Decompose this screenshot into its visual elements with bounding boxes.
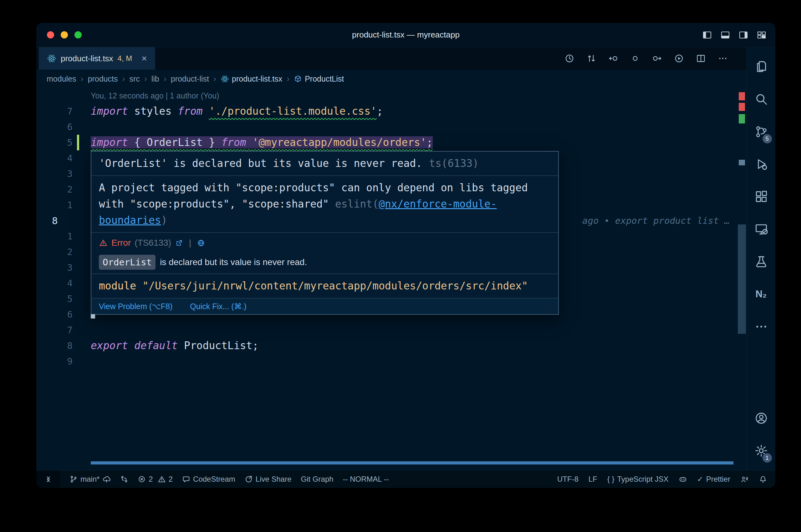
customize-layout-icon[interactable] bbox=[757, 30, 767, 40]
view-problem-link[interactable]: View Problem (⌥F8) bbox=[99, 301, 172, 311]
remote-explorer-icon[interactable] bbox=[747, 214, 776, 244]
git-blame-codelens[interactable]: You, 12 seconds ago | 1 author (You) bbox=[91, 88, 219, 103]
encoding-status-item[interactable]: UTF-8 bbox=[557, 475, 579, 483]
hover-diagnostic: 'OrderList' is declared but its value is… bbox=[91, 152, 558, 176]
toggle-secondary-sidebar-icon[interactable] bbox=[739, 30, 748, 40]
line-number[interactable]: 6 bbox=[36, 307, 73, 322]
line-number[interactable]: 6 bbox=[36, 119, 73, 135]
more-actions-icon[interactable] bbox=[718, 54, 728, 63]
run-and-debug-icon[interactable] bbox=[747, 149, 776, 179]
branch-status-item[interactable]: main* bbox=[70, 475, 111, 483]
breadcrumb-item-modules[interactable]: modules bbox=[47, 74, 76, 83]
revert-change-icon[interactable] bbox=[630, 54, 640, 63]
close-window-button[interactable] bbox=[47, 31, 54, 38]
code-row[interactable]: 7 import styles from './product-list.mod… bbox=[36, 103, 747, 119]
line-number[interactable]: 4 bbox=[36, 276, 73, 291]
tab-bar: product-list.tsx 4, M × bbox=[36, 47, 747, 70]
search-icon[interactable] bbox=[747, 84, 776, 114]
code-line: import { OrderList } from '@myreactapp/m… bbox=[91, 135, 433, 150]
close-tab-icon[interactable]: × bbox=[142, 53, 147, 64]
feedback-status-item[interactable] bbox=[740, 475, 749, 483]
code-row[interactable]: 9 bbox=[36, 354, 747, 369]
toggle-primary-sidebar-icon[interactable] bbox=[702, 30, 712, 40]
tab-product-list[interactable]: product-list.tsx 4, M × bbox=[39, 47, 155, 70]
error-triangle-icon bbox=[99, 239, 108, 247]
notifications-status-item[interactable] bbox=[759, 475, 767, 483]
breadcrumb-item-symbol[interactable]: ProductList bbox=[294, 74, 344, 83]
breadcrumb-item-lib[interactable]: lib bbox=[151, 74, 159, 83]
overview-info-mark bbox=[739, 160, 745, 165]
line-number[interactable]: 7 bbox=[36, 103, 73, 119]
zoom-window-button[interactable] bbox=[74, 31, 82, 38]
copilot-icon bbox=[679, 475, 687, 483]
breadcrumb-item-product-list[interactable]: product-list bbox=[171, 74, 209, 83]
open-external-icon[interactable] bbox=[175, 239, 183, 247]
panel-sash[interactable] bbox=[91, 461, 733, 464]
error-circle-icon bbox=[138, 475, 146, 483]
editor[interactable]: You, 12 seconds ago | 1 author (You) 7 i… bbox=[36, 88, 747, 470]
breadcrumb-item-file[interactable]: product-list.tsx bbox=[221, 74, 282, 83]
line-number[interactable]: 8 bbox=[36, 338, 73, 354]
line-number[interactable]: 1 bbox=[36, 197, 73, 213]
line-number[interactable]: 2 bbox=[36, 244, 73, 260]
toggle-panel-icon[interactable] bbox=[720, 30, 730, 40]
copilot-status-item[interactable] bbox=[679, 475, 687, 483]
git-compare-status-item[interactable] bbox=[120, 475, 128, 483]
code-row[interactable]: 5 import { OrderList } from '@myreactapp… bbox=[36, 135, 747, 150]
braces-icon: { } bbox=[607, 475, 615, 483]
warning-triangle-icon bbox=[158, 475, 166, 483]
live-share-icon bbox=[245, 475, 253, 483]
line-number[interactable]: 9 bbox=[36, 354, 73, 369]
testing-icon[interactable] bbox=[747, 247, 776, 277]
git-compare-icon bbox=[120, 475, 128, 483]
line-number[interactable]: 1 bbox=[36, 228, 73, 244]
eol-status-item[interactable]: LF bbox=[588, 475, 597, 483]
line-number[interactable]: 2 bbox=[36, 182, 73, 197]
problems-status-item[interactable]: 2 2 bbox=[138, 475, 173, 483]
editor-group: product-list.tsx 4, M × bbox=[36, 47, 747, 470]
scrollbar-thumb[interactable] bbox=[738, 224, 746, 334]
timeline-icon[interactable] bbox=[564, 54, 575, 63]
remote-indicator[interactable] bbox=[36, 471, 60, 488]
git-graph-status-item[interactable]: Git Graph bbox=[301, 475, 333, 483]
settings-gear-icon[interactable]: 1 bbox=[747, 436, 776, 466]
main-area: product-list.tsx 4, M × bbox=[36, 47, 775, 470]
extensions-icon[interactable] bbox=[747, 182, 776, 212]
chevron-right-icon: › bbox=[287, 74, 289, 84]
line-number[interactable]: 4 bbox=[36, 150, 73, 166]
explorer-icon[interactable] bbox=[747, 52, 776, 81]
live-share-status-item[interactable]: Live Share bbox=[245, 475, 292, 483]
current-line-number[interactable]: 8 bbox=[52, 213, 58, 228]
quick-fix-link[interactable]: Quick Fix... (⌘.) bbox=[190, 301, 247, 311]
globe-icon[interactable] bbox=[197, 239, 205, 247]
source-control-icon[interactable]: 5 bbox=[747, 117, 776, 147]
codestream-status-item[interactable]: CodeStream bbox=[182, 475, 235, 483]
vim-mode-status-item[interactable]: -- NORMAL -- bbox=[343, 475, 389, 483]
code-row[interactable]: 8 export default ProductList; bbox=[36, 338, 747, 354]
previous-change-icon[interactable] bbox=[608, 54, 618, 63]
nx-console-icon[interactable]: N₂ bbox=[747, 279, 776, 309]
additional-views-icon[interactable] bbox=[747, 312, 776, 342]
line-number[interactable]: 5 bbox=[36, 135, 73, 150]
error-count: 2 bbox=[149, 475, 153, 483]
compare-changes-icon[interactable] bbox=[586, 54, 596, 63]
line-number[interactable]: 7 bbox=[36, 322, 73, 338]
breadcrumb: modules › products › src › lib › product… bbox=[36, 70, 747, 88]
editor-scrollbar[interactable] bbox=[737, 88, 747, 470]
line-number[interactable]: 3 bbox=[36, 166, 73, 182]
diagnostic-source: ts(6133) bbox=[429, 157, 479, 169]
accounts-icon[interactable] bbox=[747, 403, 776, 433]
language-status-item[interactable]: { } TypeScript JSX bbox=[607, 475, 669, 483]
run-file-icon[interactable] bbox=[674, 54, 684, 63]
code-row[interactable]: 7 bbox=[36, 322, 747, 338]
code-row[interactable]: 6 bbox=[36, 119, 747, 135]
line-number[interactable]: 3 bbox=[36, 260, 73, 276]
split-editor-icon[interactable] bbox=[696, 54, 706, 63]
hover-footer: View Problem (⌥F8) Quick Fix... (⌘.) bbox=[91, 299, 558, 314]
breadcrumb-item-src[interactable]: src bbox=[129, 74, 140, 83]
breadcrumb-item-products[interactable]: products bbox=[88, 74, 118, 83]
minimize-window-button[interactable] bbox=[61, 31, 68, 38]
prettier-status-item[interactable]: ✓ Prettier bbox=[697, 475, 730, 483]
line-number[interactable]: 5 bbox=[36, 291, 73, 307]
next-change-icon[interactable] bbox=[652, 54, 662, 63]
